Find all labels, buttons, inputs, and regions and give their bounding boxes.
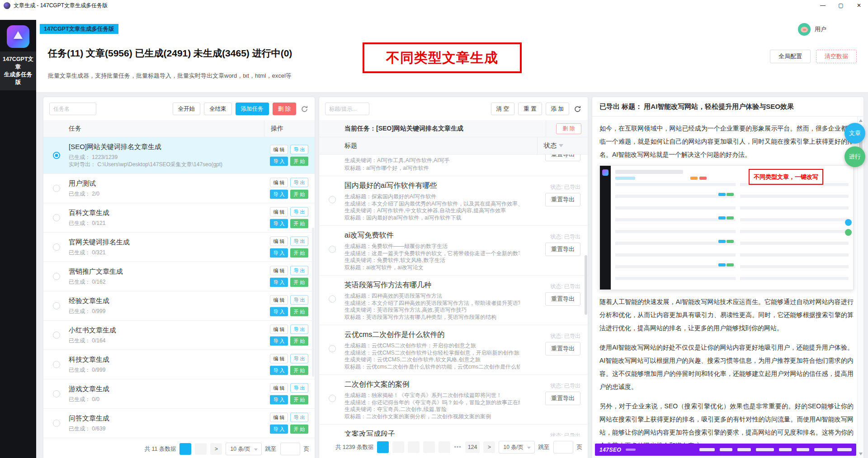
edit-button[interactable]: 编 辑	[270, 266, 288, 276]
title-item[interactable]: ai改写免费软件 生成标题：免费软件——颠覆你的数字生活 生成描述：这是一篇关于…	[319, 226, 588, 276]
reset-export-button[interactable]: 重置导出	[545, 292, 580, 306]
next-page-button[interactable]: >	[210, 443, 222, 455]
start-button[interactable]: 开 始	[290, 157, 308, 166]
import-button[interactable]: 导 入	[270, 248, 288, 258]
edit-button[interactable]: 编 辑	[270, 325, 288, 334]
task-radio[interactable]	[53, 185, 60, 192]
export-button[interactable]: 导 出	[290, 354, 308, 364]
scroll-up-icon[interactable]	[859, 119, 863, 122]
task-radio[interactable]	[53, 214, 60, 221]
scroll-down-icon[interactable]	[859, 453, 863, 455]
export-button[interactable]: 导 出	[290, 266, 308, 276]
export-button[interactable]: 导 出	[290, 207, 308, 217]
jump-page-input[interactable]	[553, 441, 573, 453]
start-button[interactable]: 开 始	[290, 366, 308, 375]
import-button[interactable]: 导 入	[270, 157, 288, 166]
delete-title-button[interactable]: 删 除	[556, 123, 581, 134]
stop-all-button[interactable]: 全结束	[204, 103, 232, 115]
user-box[interactable]: 用户	[798, 23, 826, 36]
reset-export-button[interactable]: 重置导出	[545, 392, 580, 405]
start-button[interactable]: 开 始	[290, 248, 308, 258]
page-button[interactable]	[377, 441, 389, 453]
task-row[interactable]: 小红书文章生成 已生成： 0/164 编 辑 导 出 导 入 开 始	[43, 321, 315, 350]
last-page-button[interactable]: 124	[465, 441, 480, 453]
import-button[interactable]: 导 入	[270, 425, 288, 434]
start-button[interactable]: 开 始	[290, 219, 308, 229]
page-button[interactable]	[439, 441, 450, 453]
start-button[interactable]: 开 始	[290, 190, 308, 199]
start-button[interactable]: 开 始	[290, 336, 308, 346]
reset-export-button[interactable]: 重置导出	[545, 342, 580, 355]
refresh-icon[interactable]	[573, 104, 582, 113]
start-button[interactable]: 开 始	[290, 395, 308, 405]
task-radio[interactable]	[53, 420, 60, 427]
page-button[interactable]	[423, 441, 435, 453]
reset-button[interactable]: 重 置	[518, 103, 542, 115]
edit-button[interactable]: 编 辑	[270, 354, 288, 364]
edit-button[interactable]: 编 辑	[270, 413, 288, 422]
reset-export-button[interactable]: 重置导出	[545, 193, 580, 206]
title-radio[interactable]	[329, 395, 336, 402]
page-size-select[interactable]: 10 条/页	[499, 441, 534, 453]
export-button[interactable]: 导 出	[290, 145, 308, 154]
task-row[interactable]: [SEO]网站关键词排名文章生成 已生成： 1223/1239 实时导出： C:…	[43, 137, 315, 174]
jump-page-input[interactable]	[280, 443, 300, 455]
title-item[interactable]: 云优cms二次创作是什么软件的 生成标题：云优CMS二次创作软件：开启你的创意之…	[319, 325, 588, 375]
import-button[interactable]: 导 入	[270, 366, 288, 375]
start-button[interactable]: 开 始	[290, 307, 308, 317]
import-button[interactable]: 导 入	[270, 395, 288, 405]
filter-icon[interactable]	[559, 144, 563, 147]
export-button[interactable]: 导 出	[290, 383, 308, 393]
import-button[interactable]: 导 入	[270, 190, 288, 199]
page-button[interactable]	[179, 443, 191, 455]
next-page-button[interactable]: >	[483, 441, 495, 453]
reset-export-button[interactable]: 重置导出	[545, 154, 580, 161]
task-row[interactable]: 百科文章生成 已生成： 0/121 编 辑 导 出 导 入 开 始	[43, 203, 315, 233]
refresh-icon[interactable]	[300, 104, 309, 113]
title-radio[interactable]	[329, 345, 336, 352]
float-article-button[interactable]: 文章	[844, 123, 865, 144]
title-radio[interactable]	[329, 246, 336, 253]
export-button[interactable]: 导 出	[290, 237, 308, 246]
tasks-scrollbar[interactable]	[312, 228, 314, 377]
avatar[interactable]	[798, 23, 811, 36]
clear-button[interactable]: 清 空	[491, 103, 514, 115]
task-row[interactable]: 用户测试 已生成： 2/0 编 辑 导 出 导 入 开 始	[43, 174, 315, 203]
export-button[interactable]: 导 出	[290, 295, 308, 305]
float-progress-button[interactable]: 进行	[844, 146, 865, 167]
article-scrollbar[interactable]	[857, 117, 863, 458]
task-radio[interactable]	[53, 332, 60, 339]
task-radio[interactable]	[53, 390, 60, 397]
page-size-select[interactable]: 10 条/页	[226, 443, 261, 455]
close-icon[interactable]: ✕	[850, 0, 868, 11]
task-radio[interactable]	[53, 243, 60, 251]
edit-button[interactable]: 编 辑	[270, 237, 288, 246]
task-row[interactable]: 营销推广文章生成 已生成： 0/162 编 辑 导 出 导 入 开 始	[43, 262, 315, 291]
task-row[interactable]: 经验文章生成 已生成： 0/999 编 辑 导 出 导 入 开 始	[43, 291, 315, 321]
task-row[interactable]: 科技文章生成 已生成： 0/999 编 辑 导 出 导 入 开 始	[43, 350, 315, 379]
start-button[interactable]: 开 始	[290, 278, 308, 287]
start-button[interactable]: 开 始	[290, 425, 308, 434]
export-button[interactable]: 导 出	[290, 413, 308, 422]
titles-scrollbar[interactable]	[585, 255, 587, 315]
import-button[interactable]: 导 入	[270, 278, 288, 287]
title-item-partial[interactable]: 生成关键词：AI写作工具,AI写作软件,AI写手 双标题：ai写作哪个好，ai写…	[319, 154, 588, 176]
task-radio[interactable]	[53, 273, 60, 280]
sidebar-item-active[interactable]: 147CGPT文章 生成多任务版	[0, 51, 36, 90]
export-button[interactable]: 导 出	[290, 325, 308, 334]
title-radio[interactable]	[329, 295, 336, 303]
edit-button[interactable]: 编 辑	[270, 178, 288, 187]
import-button[interactable]: 导 入	[270, 336, 288, 346]
delete-task-button[interactable]: 删 除	[273, 103, 296, 115]
current-app-tab[interactable]: 147CGPT文章生成多任务版	[40, 24, 118, 34]
title-item[interactable]: 二次创作文案的案例 生成标题：独家揭秘！《夺宝奇兵》系列二次创作续篇即将问世！ …	[319, 375, 588, 425]
title-item[interactable]: 文案改写成段子 生成标题：震撼！聪明人都在用这个软件，带你轻松创作段子写软文 生…	[319, 425, 588, 436]
task-row[interactable]: 游戏文章生成 已生成： 0/0 编 辑 导 出 导 入 开 始	[43, 379, 315, 409]
edit-button[interactable]: 编 辑	[270, 383, 288, 393]
task-row[interactable]: 官网关键词排名生成 已生成： 0/321 编 辑 导 出 导 入 开 始	[43, 233, 315, 262]
page-button[interactable]	[195, 443, 207, 455]
edit-button[interactable]: 编 辑	[270, 145, 288, 154]
import-button[interactable]: 导 入	[270, 307, 288, 317]
start-all-button[interactable]: 全开始	[173, 103, 201, 115]
add-task-button[interactable]: 添加任务	[236, 103, 269, 115]
